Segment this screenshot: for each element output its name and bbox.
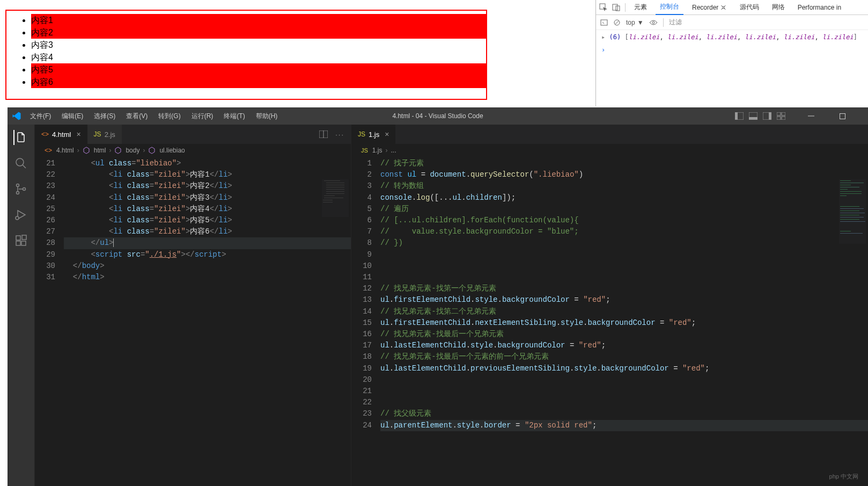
menu-edit[interactable]: 编辑(E) bbox=[57, 110, 87, 123]
svg-rect-35 bbox=[326, 187, 344, 187]
code-line[interactable]: ul.firstElementChild.nextElementSibling.… bbox=[380, 317, 868, 329]
console-prompt[interactable]: › bbox=[601, 46, 863, 54]
line-number: 1 bbox=[351, 158, 372, 169]
menu-go[interactable]: 转到(G) bbox=[154, 110, 185, 123]
code-line[interactable]: <li class="zilei">内容6</li> bbox=[64, 226, 351, 237]
code-line[interactable]: <li class="zilei">内容4</li> bbox=[64, 204, 351, 215]
code-line[interactable]: <li class="zilei">内容5</li> bbox=[64, 215, 351, 226]
filter-input[interactable]: 过滤 bbox=[669, 18, 682, 27]
list-item: 内容2 bbox=[31, 26, 486, 39]
breadcrumb-right[interactable]: JS1.js›... bbox=[351, 144, 868, 157]
tab-performance[interactable]: Performance in bbox=[793, 1, 845, 14]
code-line[interactable]: console.log([...ul.children]); bbox=[380, 192, 868, 204]
split-editor-icon[interactable] bbox=[319, 130, 328, 139]
svg-rect-53 bbox=[840, 211, 859, 211]
extensions-icon[interactable] bbox=[13, 233, 28, 248]
code-line[interactable]: <li class="zilei">内容3</li> bbox=[64, 192, 351, 204]
search-icon[interactable] bbox=[13, 156, 28, 171]
breadcrumb-left[interactable]: <>4.html›html›body›ul.liebiao bbox=[35, 144, 351, 157]
code-line[interactable]: // 找子元素 bbox=[380, 158, 868, 169]
activity-bar bbox=[8, 125, 34, 486]
editor-tab[interactable]: <>4.html× bbox=[35, 125, 87, 144]
vscode-titlebar[interactable]: 文件(F) 编辑(E) 选择(S) 查看(V) 转到(G) 运行(R) 终端(T… bbox=[8, 107, 868, 125]
code-line[interactable]: ul.lastElementChild.style.backgroundColo… bbox=[380, 340, 868, 351]
menu-run[interactable]: 运行(R) bbox=[187, 110, 218, 123]
more-actions-icon[interactable]: ··· bbox=[335, 130, 344, 139]
toggle-panel-bottom-icon[interactable] bbox=[749, 112, 757, 120]
editor-left[interactable]: 2122232425262728293031 <ul class="liebia… bbox=[35, 157, 351, 486]
svg-rect-56 bbox=[840, 208, 864, 209]
clear-console-icon[interactable] bbox=[613, 19, 621, 26]
code-line[interactable]: // 找父级元素 bbox=[380, 408, 868, 419]
run-debug-icon[interactable] bbox=[13, 207, 28, 222]
code-line[interactable]: ul.parentElement.style.border = "2px sol… bbox=[380, 420, 868, 431]
code-line[interactable]: ul.lastElementChild.previousElementSibli… bbox=[380, 363, 868, 374]
code-line[interactable]: const ul = document.querySelector(".lieb… bbox=[380, 169, 868, 180]
editor-tab[interactable]: JS1.js× bbox=[351, 125, 395, 144]
editor-tab[interactable]: JS2.js bbox=[87, 125, 122, 144]
code-line[interactable] bbox=[380, 260, 868, 272]
code-line[interactable]: <script src="./1.js"></script> bbox=[64, 249, 351, 260]
code-line[interactable]: // 找兄弟元素-找最后一个元素的前一个兄弟元素 bbox=[380, 351, 868, 362]
code-line[interactable]: // 遍历 bbox=[380, 204, 868, 215]
eye-icon[interactable] bbox=[649, 19, 658, 26]
console-toolbar: top ▼ 过滤 bbox=[596, 15, 868, 30]
maximize-button[interactable] bbox=[838, 112, 847, 120]
code-line[interactable]: </ul> bbox=[64, 237, 351, 249]
close-icon[interactable]: × bbox=[385, 130, 389, 139]
minimap[interactable] bbox=[839, 179, 866, 244]
code-line[interactable]: <li class="zilei">内容2</li> bbox=[64, 180, 351, 192]
line-number: 16 bbox=[351, 329, 372, 340]
console-array-output[interactable]: ▸ (6) [li.zilei, li.zilei, li.zilei, li.… bbox=[601, 33, 863, 41]
code-line[interactable]: </html> bbox=[64, 272, 351, 283]
code-line[interactable]: <li class="zilei">内容1</li> bbox=[64, 169, 351, 180]
line-number: 27 bbox=[35, 226, 55, 237]
menu-select[interactable]: 选择(S) bbox=[90, 110, 120, 123]
tab-sources[interactable]: 源代码 bbox=[735, 0, 763, 14]
breadcrumb-item[interactable]: body bbox=[114, 147, 139, 154]
list-item: 内容1 bbox=[31, 14, 486, 26]
breadcrumb-item[interactable]: html bbox=[83, 147, 106, 154]
editor-right[interactable]: 123456789101112131415161718192021222324 … bbox=[351, 157, 868, 486]
explorer-icon[interactable] bbox=[13, 130, 28, 145]
code-line[interactable]: // 找兄弟元素-找最后一个兄弟元素 bbox=[380, 329, 868, 340]
code-line[interactable]: // 找兄弟元素-找第一个兄弟元素 bbox=[380, 283, 868, 294]
breadcrumb-item[interactable]: <>4.html bbox=[45, 147, 74, 154]
breadcrumb-item[interactable]: ul.liebiao bbox=[148, 147, 185, 154]
code-line[interactable]: ul.firstElementChild.style.backgroundCol… bbox=[380, 294, 868, 306]
code-line[interactable]: // value.style.backgroundColor = "blue"; bbox=[380, 226, 868, 237]
code-line[interactable] bbox=[380, 249, 868, 260]
menu-view[interactable]: 查看(V) bbox=[122, 110, 152, 123]
customize-layout-icon[interactable] bbox=[777, 112, 785, 120]
console-output[interactable]: ▸ (6) [li.zilei, li.zilei, li.zilei, li.… bbox=[596, 30, 868, 57]
code-line[interactable]: // [...ul.children].forEach(function(val… bbox=[380, 215, 868, 226]
code-line[interactable]: // 转为数组 bbox=[380, 180, 868, 192]
minimize-button[interactable] bbox=[807, 112, 815, 120]
device-toggle-icon[interactable] bbox=[612, 3, 621, 12]
tab-console[interactable]: 控制台 bbox=[656, 0, 683, 15]
menu-terminal[interactable]: 终端(T) bbox=[219, 110, 249, 123]
code-line[interactable] bbox=[380, 386, 868, 397]
inspect-icon[interactable] bbox=[599, 3, 608, 12]
context-selector[interactable]: top ▼ bbox=[626, 19, 644, 26]
code-line[interactable]: // 找兄弟元素-找第二个兄弟元素 bbox=[380, 306, 868, 317]
tab-recorder[interactable]: Recorder ⯏ bbox=[688, 1, 731, 14]
code-line[interactable] bbox=[380, 397, 868, 408]
code-line[interactable]: // }) bbox=[380, 237, 868, 249]
tab-network[interactable]: 网络 bbox=[768, 0, 789, 14]
tab-elements[interactable]: 元素 bbox=[630, 0, 651, 14]
minimap[interactable] bbox=[322, 179, 349, 217]
console-sidebar-toggle-icon[interactable] bbox=[600, 19, 608, 26]
menu-help[interactable]: 帮助(H) bbox=[252, 110, 282, 123]
menu-file[interactable]: 文件(F) bbox=[26, 110, 55, 123]
code-line[interactable]: <ul class="liebiao"> bbox=[64, 158, 351, 169]
toggle-panel-left-icon[interactable] bbox=[735, 112, 744, 120]
source-control-icon[interactable] bbox=[13, 182, 28, 197]
close-icon[interactable]: × bbox=[76, 130, 80, 139]
code-line[interactable]: </body> bbox=[64, 260, 351, 272]
breadcrumb-item[interactable]: JS1.js bbox=[361, 147, 382, 154]
breadcrumb-item[interactable]: ... bbox=[391, 147, 396, 154]
toggle-panel-right-icon[interactable] bbox=[763, 112, 771, 120]
code-line[interactable] bbox=[380, 272, 868, 283]
code-line[interactable] bbox=[380, 374, 868, 386]
